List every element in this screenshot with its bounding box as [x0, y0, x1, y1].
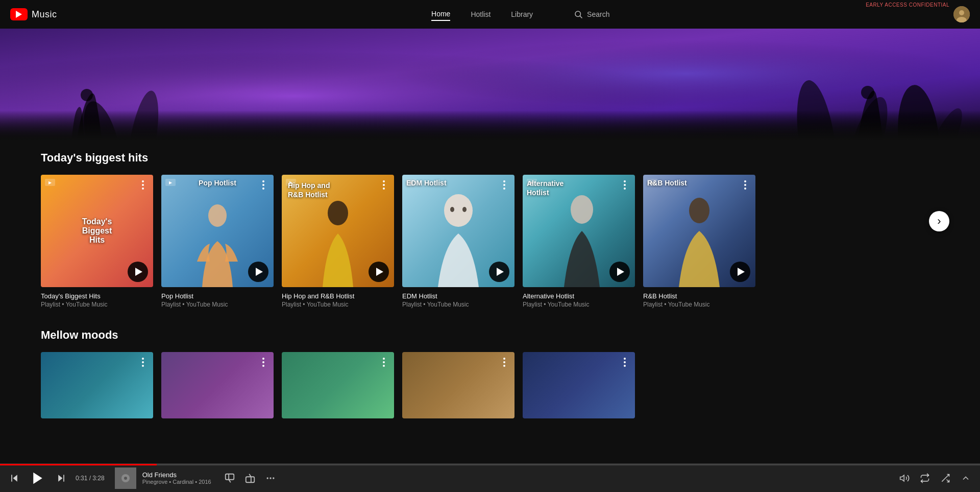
svg-point-15 — [861, 86, 874, 99]
card-info-0: Today's Biggest Hits Playlist • YouTube … — [41, 292, 153, 308]
card-menu-button-4[interactable] — [619, 179, 631, 191]
card-todays-biggest-hits[interactable]: Today's BiggestHits Today's Biggest Hits… — [41, 175, 153, 308]
mellow-card-3[interactable] — [402, 352, 514, 418]
card-thumb-2: Hip Hop andR&B Hotlist — [282, 175, 394, 287]
card-menu-button-5[interactable] — [739, 179, 751, 191]
card-edm-hotlist[interactable]: EDM Hotlist EDM Hotlist Playlist • YouTu… — [402, 175, 514, 308]
section-title-biggest-hits: Today's biggest hits — [41, 151, 939, 165]
svg-point-14 — [81, 89, 93, 101]
svg-point-0 — [575, 11, 581, 17]
card-menu-button-3[interactable] — [498, 179, 510, 191]
card-name-1: Pop Hotlist — [161, 292, 274, 300]
card-hiphop-hotlist[interactable]: Hip Hop andR&B Hotlist Hip Hop and R&B H… — [282, 175, 394, 308]
mellow-card-0[interactable] — [41, 352, 153, 418]
youtube-icon — [10, 8, 28, 20]
rnb-label: R&B Hotlist — [647, 179, 687, 187]
mellow-thumb-0 — [41, 352, 153, 418]
card-sub-5: Playlist • YouTube Music — [643, 301, 755, 308]
search-label: Search — [587, 10, 609, 18]
next-arrow-button[interactable] — [929, 211, 949, 231]
card-pop-hotlist[interactable]: Pop Hotlist Pop Hotlist Playlist • YouTu… — [161, 175, 274, 308]
card-thumb-1: Pop Hotlist — [161, 175, 274, 287]
svg-point-22 — [462, 207, 467, 212]
search-icon — [574, 10, 583, 19]
nav-library[interactable]: Library — [511, 8, 533, 20]
card-sub-2: Playlist • YouTube Music — [282, 301, 394, 308]
nav-links: Home Hotlist Library Search — [88, 8, 953, 21]
mellow-menu-2[interactable] — [378, 356, 390, 368]
user-avatar[interactable] — [953, 6, 970, 22]
search-button[interactable]: Search — [574, 10, 609, 19]
card-name-5: R&B Hotlist — [643, 292, 755, 300]
section-title-mellow: Mellow moods — [41, 329, 939, 342]
pop-label: Pop Hotlist — [199, 179, 236, 187]
card-rnb-hotlist[interactable]: R&B Hotlist R&B Hotlist Playlist • YouTu… — [643, 175, 755, 308]
edm-label: EDM Hotlist — [406, 179, 447, 187]
card-thumb-0: Today's BiggestHits — [41, 175, 153, 287]
card-info-5: R&B Hotlist Playlist • YouTube Music — [643, 292, 755, 308]
mellow-menu-1[interactable] — [257, 356, 270, 368]
mellow-menu-0[interactable] — [137, 356, 149, 368]
section-mellow-moods: Mellow moods — [0, 308, 980, 418]
navbar: Music Home Hotlist Library Search EARLY … — [0, 0, 980, 29]
card-name-3: EDM Hotlist — [402, 292, 514, 300]
svg-point-24 — [689, 198, 709, 223]
card-play-button-5[interactable] — [730, 262, 750, 282]
card-thumb-4: AlternativeHotlist — [523, 175, 635, 287]
card-label-0: Today's BiggestHits — [69, 217, 125, 245]
mellow-thumb-1 — [161, 352, 274, 418]
alt-label: AlternativeHotlist — [527, 179, 564, 197]
cards-row-biggest-hits: Today's BiggestHits Today's Biggest Hits… — [41, 175, 939, 308]
main-content: Today's biggest hits Today's BiggestHits… — [0, 141, 980, 429]
mellow-cards-row — [41, 352, 939, 418]
nav-home[interactable]: Home — [431, 8, 450, 21]
nav-right — [953, 6, 970, 22]
playlist-icon-0 — [45, 179, 55, 186]
card-play-button-4[interactable] — [609, 262, 630, 282]
svg-point-19 — [328, 201, 348, 225]
card-name-4: Alternative Hotlist — [523, 292, 635, 300]
app-title: Music — [32, 9, 57, 20]
svg-point-23 — [571, 195, 593, 224]
card-thumb-3: EDM Hotlist — [402, 175, 514, 287]
card-sub-0: Playlist • YouTube Music — [41, 301, 153, 308]
nav-hotlist[interactable]: Hotlist — [471, 8, 491, 20]
svg-point-18 — [208, 204, 227, 227]
card-info-3: EDM Hotlist Playlist • YouTube Music — [402, 292, 514, 308]
hero-banner — [0, 29, 980, 141]
playlist-icon-1 — [165, 179, 176, 186]
hero-silhouettes — [0, 29, 980, 141]
card-menu-button-1[interactable] — [257, 179, 270, 191]
mellow-menu-3[interactable] — [498, 356, 510, 368]
mellow-card-4[interactable] — [523, 352, 635, 418]
card-play-button-0[interactable] — [128, 262, 148, 282]
svg-point-3 — [959, 10, 964, 15]
logo[interactable]: Music — [10, 8, 57, 20]
card-sub-1: Playlist • YouTube Music — [161, 301, 274, 308]
card-play-button-1[interactable] — [248, 262, 268, 282]
card-sub-4: Playlist • YouTube Music — [523, 301, 635, 308]
card-name-0: Today's Biggest Hits — [41, 292, 153, 300]
card-play-button-3[interactable] — [489, 262, 509, 282]
card-sub-3: Playlist • YouTube Music — [402, 301, 514, 308]
mellow-card-1[interactable] — [161, 352, 274, 418]
card-play-button-2[interactable] — [369, 262, 389, 282]
mellow-thumb-4 — [523, 352, 635, 418]
hiphop-label: Hip Hop andR&B Hotlist — [288, 181, 330, 199]
card-alternative-hotlist[interactable]: AlternativeHotlist Alternative Hotlist P… — [523, 175, 635, 308]
section-biggest-hits: Today's biggest hits Today's BiggestHits… — [0, 141, 980, 308]
svg-rect-17 — [0, 110, 980, 141]
mellow-thumb-2 — [282, 352, 394, 418]
svg-point-21 — [450, 207, 454, 212]
card-info-1: Pop Hotlist Playlist • YouTube Music — [161, 292, 274, 308]
svg-line-1 — [580, 16, 582, 18]
mellow-thumb-3 — [402, 352, 514, 418]
svg-point-20 — [444, 194, 473, 227]
mellow-card-2[interactable] — [282, 352, 394, 418]
card-menu-button-0[interactable] — [137, 179, 149, 191]
mellow-menu-4[interactable] — [619, 356, 631, 368]
card-name-2: Hip Hop and R&B Hotlist — [282, 292, 394, 300]
card-info-4: Alternative Hotlist Playlist • YouTube M… — [523, 292, 635, 308]
early-access-label: EARLY ACCESS CONFIDENTIAL — [866, 2, 949, 8]
card-menu-button-2[interactable] — [378, 179, 390, 191]
